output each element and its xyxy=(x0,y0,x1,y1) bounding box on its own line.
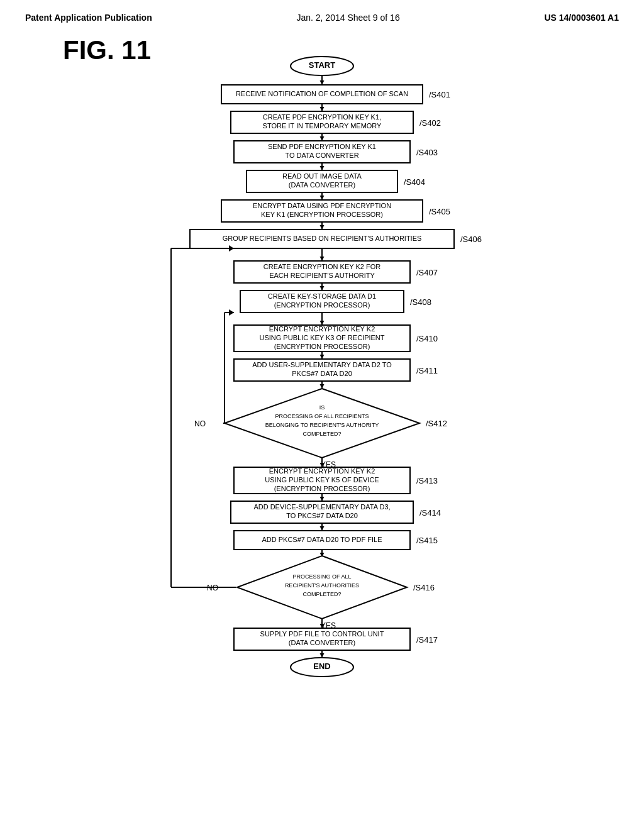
svg-text:(DATA CONVERTER): (DATA CONVERTER) xyxy=(289,639,355,646)
svg-text:/S413: /S413 xyxy=(416,476,438,485)
svg-text:ENCRYPT DATA USING PDF ENCRYPT: ENCRYPT DATA USING PDF ENCRYPTION xyxy=(253,202,391,209)
svg-text:CREATE PDF ENCRYPTION KEY K1,: CREATE PDF ENCRYPTION KEY K1, xyxy=(263,113,381,121)
svg-text:COMPLETED?: COMPLETED? xyxy=(303,431,341,437)
svg-text:/S403: /S403 xyxy=(416,148,438,157)
svg-text:NO: NO xyxy=(194,419,206,428)
svg-text:GROUP RECIPIENTS BASED ON RECI: GROUP RECIPIENTS BASED ON RECIPIENT'S AU… xyxy=(223,235,422,242)
svg-text:/S414: /S414 xyxy=(419,508,441,517)
svg-marker-12 xyxy=(320,80,325,85)
svg-marker-29 xyxy=(320,166,325,170)
svg-marker-41 xyxy=(320,225,325,230)
svg-text:SEND PDF ENCRYPTION KEY K1: SEND PDF ENCRYPTION KEY K1 xyxy=(268,143,376,150)
svg-text:TO PKCS#7 DATA D20: TO PKCS#7 DATA D20 xyxy=(286,512,358,519)
svg-text:TO DATA CONVERTER: TO DATA CONVERTER xyxy=(285,152,358,159)
svg-text:ENCRYPT ENCRYPTION KEY K2: ENCRYPT ENCRYPTION KEY K2 xyxy=(269,467,375,475)
header-center: Jan. 2, 2014 Sheet 9 of 16 xyxy=(296,13,399,23)
svg-text:/S404: /S404 xyxy=(404,177,425,187)
svg-text:END: END xyxy=(313,661,330,671)
svg-text:PKCS#7 DATA D20: PKCS#7 DATA D20 xyxy=(292,370,352,377)
svg-text:STORE IT IN TEMPORARY MEMORY: STORE IT IN TEMPORARY MEMORY xyxy=(263,122,382,130)
svg-text:RECEIVE NOTIFICATION OF COMPLE: RECEIVE NOTIFICATION OF COMPLETION OF SC… xyxy=(236,90,408,97)
svg-text:(DATA CONVERTER): (DATA CONVERTER) xyxy=(289,181,355,189)
svg-text:/S415: /S415 xyxy=(416,536,438,545)
svg-marker-66 xyxy=(320,355,325,359)
page: Patent Application Publication Jan. 2, 2… xyxy=(0,0,644,830)
svg-marker-17 xyxy=(320,107,325,111)
svg-marker-99 xyxy=(320,526,325,531)
svg-text:/S416: /S416 xyxy=(413,583,435,592)
svg-text:READ OUT IMAGE DATA: READ OUT IMAGE DATA xyxy=(282,172,362,180)
svg-text:ENCRYPT ENCRYPTION KEY K2: ENCRYPT ENCRYPTION KEY K2 xyxy=(269,325,375,333)
svg-text:COMPLETED?: COMPLETED? xyxy=(303,591,341,597)
svg-text:PROCESSING OF ALL: PROCESSING OF ALL xyxy=(292,573,351,580)
header-left: Patent Application Publication xyxy=(25,13,152,23)
svg-text:RECIPIENT'S AUTHORITIES: RECIPIENT'S AUTHORITIES xyxy=(285,582,359,589)
svg-text:/S401: /S401 xyxy=(429,90,450,99)
svg-text:/S411: /S411 xyxy=(416,366,438,375)
svg-marker-35 xyxy=(320,196,325,200)
svg-text:KEY K1 (ENCRYPTION PROCESSOR): KEY K1 (ENCRYPTION PROCESSOR) xyxy=(261,211,383,218)
svg-marker-83 xyxy=(229,309,234,316)
svg-text:/S408: /S408 xyxy=(410,297,431,307)
svg-text:(ENCRYPTION PROCESSOR): (ENCRYPTION PROCESSOR) xyxy=(274,301,370,309)
svg-text:/S410: /S410 xyxy=(416,334,438,343)
svg-marker-23 xyxy=(320,136,325,141)
svg-marker-123 xyxy=(320,653,325,658)
svg-text:EACH RECIPIENT'S AUTHORITY: EACH RECIPIENT'S AUTHORITY xyxy=(269,272,375,279)
svg-text:BELONGING TO RECIPIENT'S AUTHO: BELONGING TO RECIPIENT'S AUTHORITY xyxy=(265,422,379,428)
svg-text:/S405: /S405 xyxy=(429,207,450,216)
svg-text:(ENCRYPTION PROCESSOR): (ENCRYPTION PROCESSOR) xyxy=(274,485,370,492)
svg-marker-93 xyxy=(320,497,325,501)
svg-text:/S402: /S402 xyxy=(419,118,441,128)
svg-text:/S407: /S407 xyxy=(416,268,438,277)
svg-text:SUPPLY PDF FILE TO CONTROL UNI: SUPPLY PDF FILE TO CONTROL UNIT xyxy=(260,630,384,638)
svg-text:ADD USER-SUPPLEMENTARY DATA D2: ADD USER-SUPPLEMENTARY DATA D2 TO xyxy=(252,361,392,368)
svg-text:/S406: /S406 xyxy=(460,235,482,244)
svg-marker-53 xyxy=(320,286,325,290)
svg-text:CREATE KEY-STORAGE DATA D1: CREATE KEY-STORAGE DATA D1 xyxy=(268,292,376,300)
header-right: US 14/0003601 A1 xyxy=(544,13,619,23)
svg-text:PROCESSING OF ALL RECIPIENTS: PROCESSING OF ALL RECIPIENTS xyxy=(275,413,369,419)
svg-marker-47 xyxy=(320,257,325,261)
svg-text:ADD PKCS#7 DATA D20 TO PDF FIL: ADD PKCS#7 DATA D20 TO PDF FILE xyxy=(262,536,382,543)
svg-text:START: START xyxy=(309,60,335,70)
header: Patent Application Publication Jan. 2, 2… xyxy=(25,13,619,23)
svg-text:IS: IS xyxy=(319,404,325,411)
svg-text:(ENCRYPTION PROCESSOR): (ENCRYPTION PROCESSOR) xyxy=(274,343,370,350)
svg-text:CREATE ENCRYPTION KEY K2 FOR: CREATE ENCRYPTION KEY K2 FOR xyxy=(264,263,380,270)
svg-text:/S417: /S417 xyxy=(416,635,438,645)
svg-text:ADD DEVICE-SUPPLEMENTARY DATA : ADD DEVICE-SUPPLEMENTARY DATA D3, xyxy=(253,503,390,511)
svg-text:USING PUBLIC KEY K5 OF DEVICE: USING PUBLIC KEY K5 OF DEVICE xyxy=(265,476,379,484)
svg-text:/S412: /S412 xyxy=(426,419,447,428)
svg-text:USING PUBLIC KEY K3 OF RECIPIE: USING PUBLIC KEY K3 OF RECIPIENT xyxy=(259,334,384,341)
